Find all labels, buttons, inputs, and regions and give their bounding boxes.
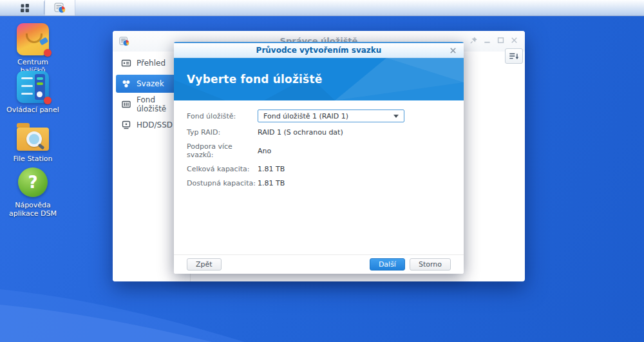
field-multi-volume-support: Podpora více svazků: Ano: [187, 142, 451, 159]
desktop-icon-dsm-help[interactable]: ? Nápověda aplikace DSM: [5, 166, 61, 218]
overview-icon: [121, 58, 131, 68]
notification-badge: [44, 49, 52, 57]
desktop-icon-control-panel[interactable]: Ovládací panel: [5, 71, 61, 114]
volume-wizard-dialog: Průvodce vytvořením svazku Vyberte fond …: [174, 42, 464, 274]
storage-pool-select[interactable]: Fond úložiště 1 (RAID 1): [258, 109, 404, 122]
back-button[interactable]: Zpět: [187, 258, 222, 271]
field-label: Fond úložiště:: [187, 112, 258, 120]
background-tasks-button[interactable]: [505, 48, 523, 64]
field-label: Celková kapacita:: [187, 165, 258, 173]
hdd-icon: [121, 120, 131, 130]
sidebar-item-label: HDD/SSD: [137, 120, 173, 129]
cancel-button[interactable]: Storno: [410, 258, 451, 271]
taskbar-storage-manager-button[interactable]: [44, 0, 75, 15]
dialog-title: Průvodce vytvořením svazku: [174, 43, 464, 57]
desktop-icon-label: File Station: [5, 155, 61, 163]
maximize-icon[interactable]: [497, 36, 505, 44]
dialog-footer: Zpět Další Storno: [174, 254, 464, 274]
desktop-icon-label: Ovládací panel: [5, 106, 61, 114]
dialog-close-icon[interactable]: [449, 46, 457, 55]
desktop-icon-package-center[interactable]: Centrum balíčků: [5, 23, 61, 75]
desktop: Centrum balíčků Ovládací panel File St: [0, 0, 644, 342]
field-storage-pool: Fond úložiště: Fond úložiště 1 (RAID 1): [187, 109, 451, 122]
field-value: Ano: [258, 147, 271, 155]
minimize-icon[interactable]: [483, 36, 491, 44]
dialog-titlebar[interactable]: Průvodce vytvořením svazku: [174, 43, 464, 58]
field-total-capacity: Celková kapacita: 1.81 TB: [187, 165, 451, 173]
taskbar: [0, 0, 644, 16]
dsm-help-icon: ?: [18, 167, 48, 197]
sidebar-item-label: Přehled: [137, 59, 166, 68]
next-button[interactable]: Další: [370, 258, 405, 271]
field-value: RAID 1 (S ochranou dat): [258, 128, 343, 137]
sidebar-item-label: Svazek: [137, 79, 164, 88]
pin-icon[interactable]: [469, 36, 478, 44]
dialog-heading: Vyberte fond úložiště: [187, 73, 322, 86]
field-raid-type: Typ RAID: RAID 1 (S ochranou dat): [187, 128, 451, 137]
main-menu-button[interactable]: [5, 0, 44, 15]
storage-manager-icon: [54, 2, 66, 14]
storage-pool-icon: [121, 99, 131, 109]
field-label: Podpora více svazků:: [187, 142, 258, 159]
file-station-icon: [17, 120, 49, 152]
volume-icon: [121, 79, 131, 89]
notification-badge: [44, 97, 52, 104]
close-icon[interactable]: [510, 36, 518, 44]
chevron-down-icon: [393, 115, 399, 118]
field-available-capacity: Dostupná kapacita: 1.81 TB: [187, 179, 451, 187]
desktop-icon-label: Nápověda aplikace DSM: [5, 201, 61, 218]
field-value: 1.81 TB: [258, 179, 285, 187]
grid-menu-icon: [20, 3, 30, 13]
desktop-background-swoosh: [0, 271, 270, 342]
desktop-icon-file-station[interactable]: File Station: [5, 120, 61, 163]
field-label: Dostupná kapacita:: [187, 179, 258, 187]
dialog-body: Fond úložiště: Fond úložiště 1 (RAID 1) …: [174, 101, 464, 254]
field-value: 1.81 TB: [258, 165, 285, 173]
dialog-banner: Vyberte fond úložiště: [174, 58, 464, 100]
field-label: Typ RAID:: [187, 128, 258, 137]
storage-pool-select-value: Fond úložiště 1 (RAID 1): [263, 112, 348, 120]
task-list-icon: [509, 52, 519, 61]
